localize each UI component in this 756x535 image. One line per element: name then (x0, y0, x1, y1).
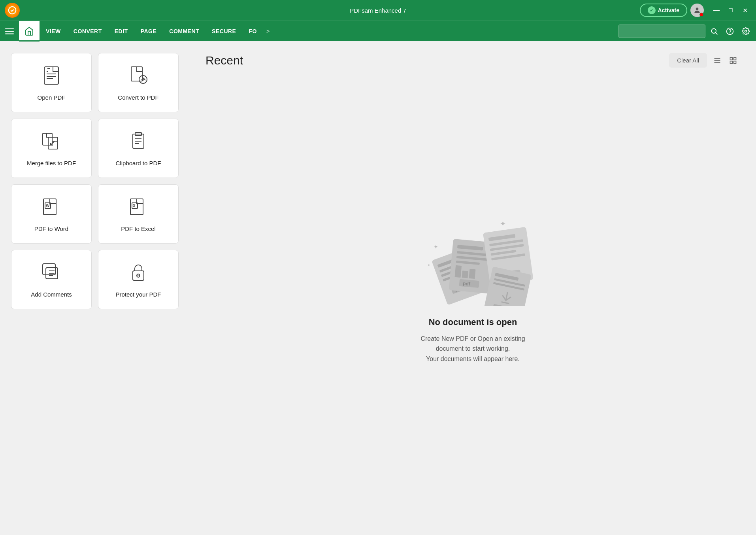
app-logo (5, 3, 20, 18)
hamburger-menu-button[interactable] (0, 21, 19, 42)
titlebar: PDFsam Enhanced 7 ✓ Activate — □ ✕ (0, 0, 756, 21)
notification-dot (699, 13, 703, 17)
merge-icon (41, 131, 62, 153)
protect-pdf-icon: ** (128, 262, 149, 284)
help-icon-button[interactable] (723, 24, 737, 38)
svg-rect-57 (454, 265, 462, 277)
maximize-button[interactable]: □ (724, 4, 737, 17)
svg-point-11 (139, 76, 147, 83)
menu-item-fo[interactable]: FO (242, 21, 263, 42)
action-clipboard-pdf[interactable]: Clipboard to PDF (98, 119, 179, 178)
menu-item-comment[interactable]: COMMENT (163, 21, 205, 42)
action-open-pdf[interactable]: Open PDF (11, 53, 92, 112)
svg-rect-58 (462, 270, 468, 278)
recent-controls: Clear All (669, 53, 740, 68)
user-avatar[interactable] (690, 4, 704, 17)
svg-rect-40 (734, 61, 736, 63)
svg-text:✦: ✦ (434, 244, 438, 250)
svg-rect-59 (469, 269, 475, 279)
svg-rect-38 (734, 57, 736, 60)
protect-pdf-label: Protect your PDF (115, 291, 161, 299)
svg-text:X: X (133, 204, 136, 208)
pdf-word-icon: W (41, 197, 62, 219)
titlebar-right-controls: ✓ Activate — □ ✕ (640, 4, 751, 17)
view-toggle (710, 53, 740, 68)
recent-title: Recent (205, 54, 243, 67)
clear-all-button[interactable]: Clear All (669, 53, 707, 68)
grid-view-button[interactable] (726, 53, 740, 68)
menu-item-secure[interactable]: SECURE (205, 21, 242, 42)
action-pdf-to-word[interactable]: W PDF to Word (11, 184, 92, 244)
action-merge-files[interactable]: Merge files to PDF (11, 119, 92, 178)
list-view-button[interactable] (710, 53, 724, 68)
clipboard-icon (128, 131, 149, 153)
search-icon-button[interactable] (707, 24, 721, 38)
minimize-button[interactable]: — (710, 4, 723, 17)
action-protect-pdf[interactable]: ** Protect your PDF (98, 250, 179, 309)
menu-item-convert[interactable]: CONVERT (67, 21, 108, 42)
home-menu-item[interactable] (19, 21, 40, 42)
actions-grid: Open PDF Convert to PDF (11, 53, 179, 309)
app-title: PDFsam Enhanced 7 (350, 7, 406, 14)
menubar: VIEW CONVERT EDIT PAGE COMMENT SECURE FO… (0, 21, 756, 41)
open-pdf-label: Open PDF (38, 94, 66, 102)
empty-state: ✦ ✦ ✦ ✦ pdf (205, 79, 740, 523)
action-add-comments[interactable]: Add Comments (11, 250, 92, 309)
pdf-excel-label: PDF to Excel (121, 225, 156, 233)
svg-text:pdf: pdf (462, 280, 471, 287)
menu-search-area (618, 24, 756, 38)
settings-icon-button[interactable] (739, 24, 753, 38)
activate-check-icon: ✓ (648, 6, 656, 14)
convert-pdf-icon (128, 65, 149, 87)
svg-point-4 (711, 28, 716, 33)
add-comments-icon (41, 262, 62, 284)
menu-more-button[interactable]: > (263, 21, 273, 42)
empty-state-title: No document is open (429, 317, 517, 327)
empty-illustration: ✦ ✦ ✦ ✦ pdf (410, 215, 536, 306)
svg-text:✦: ✦ (427, 263, 430, 267)
search-input[interactable] (618, 25, 705, 38)
recent-header: Recent Clear All (205, 53, 740, 68)
svg-text:W: W (46, 204, 50, 208)
activate-button[interactable]: ✓ Activate (640, 4, 687, 17)
clipboard-label: Clipboard to PDF (115, 159, 161, 167)
window-controls: — □ ✕ (710, 4, 751, 17)
menu-item-view[interactable]: VIEW (40, 21, 67, 42)
svg-line-5 (716, 32, 718, 34)
activate-label: Activate (658, 7, 679, 13)
svg-rect-1 (5, 28, 14, 29)
svg-rect-3 (5, 33, 14, 34)
action-pdf-to-excel[interactable]: X PDF to Excel (98, 184, 179, 244)
menu-item-edit[interactable]: EDIT (108, 21, 134, 42)
open-pdf-icon (41, 65, 62, 87)
menu-item-page[interactable]: PAGE (134, 21, 163, 42)
right-panel: Recent Clear All (190, 41, 756, 535)
pdf-word-label: PDF to Word (34, 225, 68, 233)
svg-text:✦: ✦ (500, 220, 506, 228)
main-content: Open PDF Convert to PDF (0, 41, 756, 535)
svg-text:**: ** (138, 274, 140, 278)
left-panel: Open PDF Convert to PDF (0, 41, 190, 535)
menu-items: VIEW CONVERT EDIT PAGE COMMENT SECURE FO… (40, 21, 273, 42)
svg-rect-2 (5, 31, 14, 32)
pdf-pile-svg: ✦ ✦ ✦ ✦ pdf (410, 215, 536, 306)
more-label: > (266, 28, 270, 34)
merge-label: Merge files to PDF (27, 159, 76, 167)
svg-rect-39 (730, 61, 733, 63)
svg-rect-9 (44, 67, 58, 84)
action-convert-to-pdf[interactable]: Convert to PDF (98, 53, 179, 112)
svg-point-0 (696, 8, 699, 10)
svg-rect-37 (730, 57, 733, 60)
empty-state-description: Create New PDF or Open an existing docum… (420, 334, 525, 364)
close-button[interactable]: ✕ (739, 4, 751, 17)
convert-pdf-label: Convert to PDF (118, 94, 158, 102)
svg-point-8 (745, 30, 747, 32)
add-comments-label: Add Comments (31, 291, 72, 299)
pdf-excel-icon: X (128, 197, 149, 219)
